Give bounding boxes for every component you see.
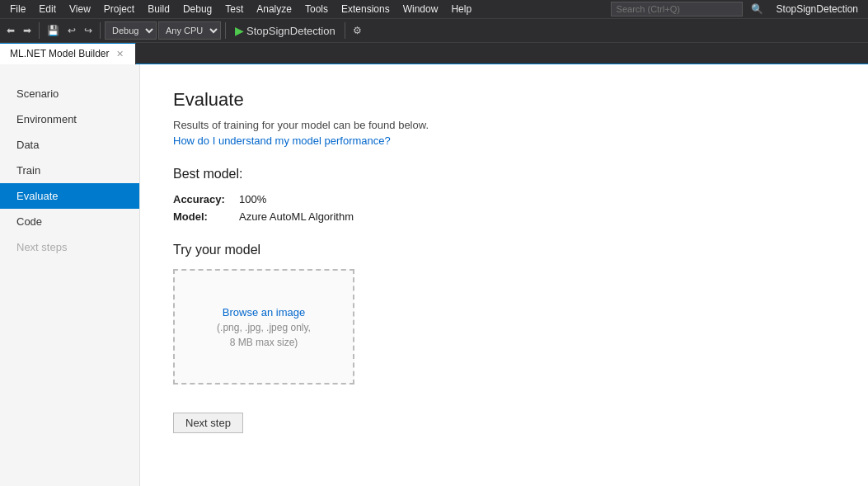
menu-project[interactable]: Project — [97, 2, 141, 17]
tab-bar: ML.NET Model Builder ✕ — [0, 43, 868, 64]
menu-build[interactable]: Build — [141, 2, 176, 17]
accuracy-label: Accuracy: — [173, 193, 239, 205]
toolbar-back-btn[interactable]: ⬅ — [3, 23, 18, 38]
menu-view[interactable]: View — [63, 2, 97, 17]
try-model-title: Try your model — [173, 243, 835, 257]
best-model-title: Best model: — [173, 167, 835, 182]
browse-image-link[interactable]: Browse an image — [223, 306, 305, 318]
search-icon: 🔍 — [744, 2, 770, 17]
sidebar-item-scenario[interactable]: Scenario — [0, 81, 139, 106]
upload-hint-line2: 8 MB max size) — [230, 337, 298, 348]
menu-debug[interactable]: Debug — [176, 2, 218, 17]
toolbar-misc-btn[interactable]: ⚙ — [350, 23, 365, 38]
app-title: StopSignDetection — [770, 2, 865, 17]
sidebar-item-train[interactable]: Train — [0, 158, 139, 183]
menu-file[interactable]: File — [3, 2, 32, 17]
page-title: Evaluate — [173, 89, 835, 111]
accuracy-value: 100% — [239, 193, 266, 205]
menu-edit[interactable]: Edit — [32, 2, 63, 17]
description-text: Results of training for your model can b… — [173, 119, 835, 131]
debug-config-dropdown[interactable]: Debug — [105, 21, 157, 40]
model-value: Azure AutoML Algorithm — [239, 210, 354, 223]
menu-tools[interactable]: Tools — [298, 2, 335, 17]
sidebar-item-environment[interactable]: Environment — [0, 106, 139, 132]
accuracy-row: Accuracy: 100% — [173, 193, 835, 205]
menu-help[interactable]: Help — [444, 2, 478, 17]
menu-analyze[interactable]: Analyze — [250, 2, 298, 17]
toolbar-sep-2 — [100, 22, 101, 39]
model-info: Accuracy: 100% Model: Azure AutoML Algor… — [173, 193, 835, 223]
model-label: Model: — [173, 210, 239, 223]
search-input[interactable] — [611, 2, 743, 17]
sidebar-item-code[interactable]: Code — [0, 209, 139, 234]
sidebar: Scenario Environment Data Train Evaluate… — [0, 64, 140, 486]
toolbar-sep-3 — [225, 22, 226, 39]
run-label: StopSignDetection — [246, 25, 335, 37]
menu-window[interactable]: Window — [396, 2, 445, 17]
toolbar: ⬅ ➡ 💾 ↩ ↪ Debug Any CPU ▶ StopSignDetect… — [0, 18, 868, 43]
model-row: Model: Azure AutoML Algorithm — [173, 210, 835, 223]
help-link[interactable]: How do I understand my model performance… — [173, 134, 391, 147]
main-layout: Scenario Environment Data Train Evaluate… — [0, 64, 868, 486]
run-button[interactable]: ▶ StopSignDetection — [230, 22, 340, 39]
next-step-button[interactable]: Next step — [173, 413, 243, 433]
play-icon: ▶ — [235, 24, 244, 37]
search-area: 🔍 — [611, 2, 770, 17]
cpu-dropdown[interactable]: Any CPU — [158, 21, 221, 40]
sidebar-item-evaluate[interactable]: Evaluate — [0, 183, 139, 209]
tab-label: ML.NET Model Builder — [10, 48, 110, 59]
image-upload-area[interactable]: Browse an image (.png, .jpg, .jpeg only,… — [173, 269, 354, 385]
menu-test[interactable]: Test — [218, 2, 250, 17]
sidebar-item-data[interactable]: Data — [0, 132, 139, 158]
toolbar-redo-btn[interactable]: ↪ — [81, 23, 96, 38]
tab-model-builder[interactable]: ML.NET Model Builder ✕ — [0, 43, 136, 64]
upload-hint-line1: (.png, .jpg, .jpeg only, — [217, 322, 311, 333]
menu-bar: File Edit View Project Build Debug Test … — [0, 0, 868, 18]
toolbar-undo-btn[interactable]: ↩ — [64, 23, 79, 38]
toolbar-save-btn[interactable]: 💾 — [44, 23, 63, 38]
toolbar-sep-4 — [345, 22, 345, 39]
sidebar-item-next-steps: Next steps — [0, 234, 139, 260]
toolbar-sep-1 — [39, 22, 40, 39]
toolbar-forward-btn[interactable]: ➡ — [20, 23, 35, 38]
content-area: Evaluate Results of training for your mo… — [140, 64, 868, 486]
tab-close-button[interactable]: ✕ — [115, 49, 125, 59]
menu-extensions[interactable]: Extensions — [335, 2, 396, 17]
